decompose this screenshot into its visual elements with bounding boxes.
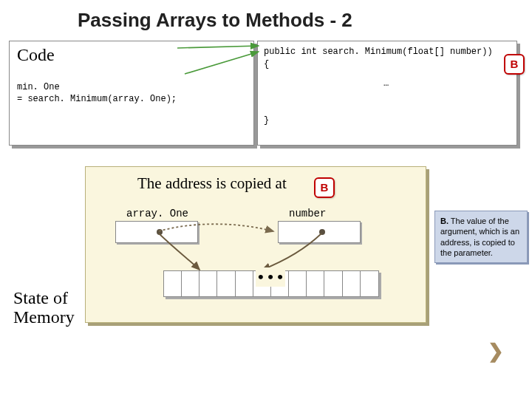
- memory-panel: The address is copied at array. One numb…: [85, 166, 426, 323]
- method-body-ellipsis: …: [383, 78, 389, 89]
- pointer-dot: [319, 229, 325, 235]
- method-close-brace: }: [264, 115, 269, 126]
- code-panel: Code min. One = search. Minimum(array. O…: [9, 41, 254, 146]
- explain-text: The value of the argument, which is an a…: [440, 216, 519, 257]
- method-panel: public int search. Minimum(float[] numbe…: [257, 41, 517, 146]
- method-signature: public int search. Minimum(float[] numbe…: [264, 46, 493, 71]
- pointer-dot: [157, 229, 163, 235]
- code-label: Code: [17, 45, 55, 65]
- number-label: number: [289, 208, 326, 219]
- code-line-2: = search. Minimum(array. One);: [17, 94, 177, 106]
- slide-title: Passing Arrays to Methods - 2: [78, 9, 352, 32]
- pointer-box-number: [278, 221, 361, 243]
- next-chevron-icon[interactable]: ❯: [488, 340, 504, 363]
- array-ellipsis: • • •: [256, 267, 285, 287]
- explain-box: B. The value of the argument, which is a…: [434, 211, 528, 263]
- pointer-box-arrayone: [115, 221, 198, 243]
- state-of-memory-label: State of Memory: [13, 288, 75, 327]
- explain-prefix: B.: [440, 216, 449, 225]
- arrayone-label: array. One: [126, 208, 188, 219]
- code-lines: min. One = search. Minimum(array. One);: [17, 82, 177, 105]
- badge-b-middle: B: [314, 177, 335, 198]
- code-line-1: min. One: [17, 82, 177, 94]
- badge-b-top: B: [504, 54, 525, 75]
- address-copied-text: The address is copied at: [137, 174, 287, 193]
